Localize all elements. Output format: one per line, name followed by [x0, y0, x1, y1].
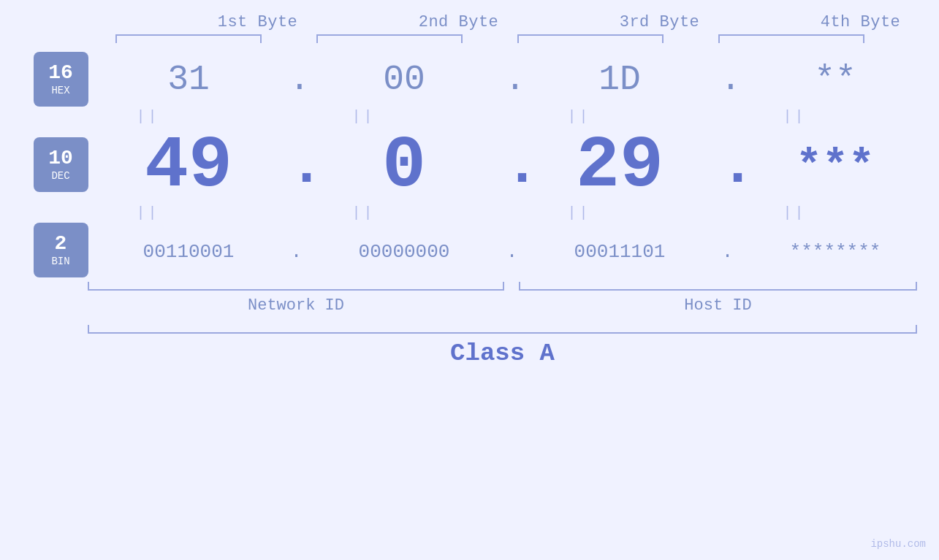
bottom-brackets: [88, 282, 917, 291]
bin-dot-2: .: [505, 241, 520, 263]
host-bracket: [519, 282, 917, 291]
byte-header-3: 3rd Byte: [559, 13, 760, 31]
top-bracket-line-3: [517, 34, 664, 43]
hex-badge-num: 16: [48, 62, 73, 85]
bin-badge-col: 2 BIN: [0, 223, 88, 277]
hex-data-row: 31 . 00 . 1D . **: [88, 60, 940, 99]
network-bracket: [88, 282, 504, 291]
main-container: 1st Byte 2nd Byte 3rd Byte 4th Byte 16 H…: [0, 0, 939, 560]
bin-badge-num: 2: [55, 233, 67, 256]
bottom-section: Network ID Host ID: [88, 282, 939, 315]
host-id-label: Host ID: [519, 296, 917, 315]
hex-dot-1: .: [289, 60, 304, 99]
top-bracket-4: [691, 34, 892, 43]
hex-cell-2: 00: [304, 60, 505, 99]
byte-header-4: 4th Byte: [760, 13, 939, 31]
dec-val-3: 29: [576, 125, 664, 207]
hex-badge-label: HEX: [51, 85, 69, 96]
bin-dot-3: .: [721, 241, 735, 263]
bin-cell-4: ********: [735, 241, 936, 263]
top-brackets: [88, 34, 939, 43]
bottom-labels: Network ID Host ID: [88, 296, 917, 315]
top-bracket-3: [490, 34, 691, 43]
bin-cell-3: 00011101: [520, 241, 721, 263]
dec-badge-label: DEC: [51, 170, 69, 182]
bin-val-4: ********: [790, 241, 881, 263]
byte-header-1: 1st Byte: [157, 13, 358, 31]
top-bracket-2: [289, 34, 490, 43]
dec-dot-1: .: [289, 137, 304, 196]
hex-val-3: 1D: [598, 60, 641, 99]
network-id-label: Network ID: [88, 296, 504, 315]
hex-val-1: 31: [167, 60, 210, 99]
dec-badge-num: 10: [48, 147, 73, 170]
byte-header-2: 2nd Byte: [358, 13, 559, 31]
dec-badge: 10 DEC: [34, 137, 88, 192]
hex-cell-1: 31: [88, 60, 289, 99]
hex-dot-3: .: [721, 60, 735, 99]
dec-badge-col: 10 DEC: [0, 137, 88, 192]
bin-val-3: 00011101: [574, 241, 666, 263]
bin-full-row: 2 BIN 00110001 . 00000000 . 00011101 . *…: [0, 223, 939, 277]
class-bracket: [88, 325, 917, 334]
bin-val-2: 00000000: [359, 241, 450, 263]
bin-data-row: 00110001 . 00000000 . 00011101 . *******…: [88, 241, 940, 263]
bin-dot-1: .: [289, 241, 304, 263]
dec-cell-3: 29: [520, 130, 721, 203]
eq1-4: ||: [694, 108, 895, 125]
dec-cell-2: 0: [304, 130, 505, 203]
top-bracket-line-2: [316, 34, 463, 43]
eq1-1: ||: [47, 108, 248, 125]
hex-full-row: 16 HEX 31 . 00 . 1D . **: [0, 52, 939, 107]
dec-val-4: ***: [796, 142, 875, 191]
eq2-2: ||: [263, 204, 464, 221]
bin-cell-1: 00110001: [88, 241, 289, 263]
hex-badge-col: 16 HEX: [0, 52, 88, 107]
bin-val-1: 00110001: [143, 241, 235, 263]
hex-dot-2: .: [505, 60, 520, 99]
hex-badge: 16 HEX: [34, 52, 88, 107]
class-label: Class A: [88, 340, 917, 367]
top-bracket-1: [88, 34, 289, 43]
class-section: Class A: [88, 325, 939, 367]
equals-row-1: || || || ||: [47, 108, 939, 125]
dec-cell-1: 49: [88, 130, 289, 203]
top-bracket-line-4: [718, 34, 864, 43]
eq1-3: ||: [479, 108, 680, 125]
hex-cell-4: **: [735, 60, 936, 99]
dec-val-2: 0: [382, 125, 426, 207]
dec-val-1: 49: [145, 125, 232, 207]
eq2-4: ||: [694, 204, 895, 221]
dec-data-row: 49 . 0 . 29 . ***: [88, 130, 940, 203]
top-bracket-line-1: [115, 34, 262, 43]
hex-val-4: **: [814, 60, 856, 99]
watermark: ipshu.com: [870, 538, 926, 550]
bin-cell-2: 00000000: [304, 241, 505, 263]
eq1-2: ||: [263, 108, 464, 125]
dec-dot-2: .: [505, 137, 520, 196]
byte-headers: 1st Byte 2nd Byte 3rd Byte 4th Byte: [44, 13, 939, 31]
bot-label-spacer: [504, 296, 519, 315]
bin-badge: 2 BIN: [34, 223, 88, 277]
dec-full-row: 10 DEC 49 . 0 . 29 . ***: [0, 126, 939, 203]
bot-bracket-spacer: [504, 282, 519, 291]
hex-cell-3: 1D: [520, 60, 721, 99]
hex-val-2: 00: [383, 60, 425, 99]
dec-cell-4: ***: [735, 145, 936, 188]
bin-badge-label: BIN: [51, 256, 69, 267]
dec-dot-3: .: [721, 137, 735, 196]
